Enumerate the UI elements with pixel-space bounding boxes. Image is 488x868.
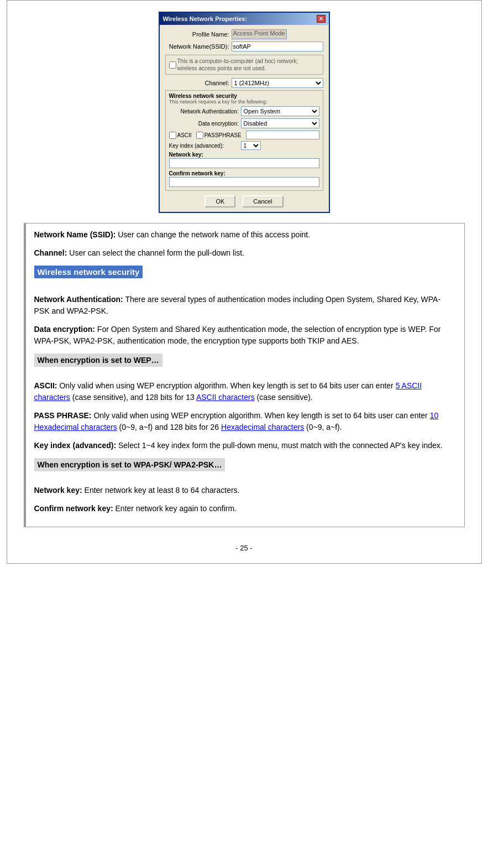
auth-select[interactable]: Open System [241,106,319,116]
auth-row: Network Authentication: Open System [169,106,319,116]
profile-name-value: Access Point Mode [232,29,287,39]
ascii-desc-after: (case sensitive). [255,393,313,402]
content-area: Network Name (SSID): User can change the… [24,223,465,527]
network-auth-para: Network Authentication: There are severa… [34,294,456,317]
confirm-content-desc: Enter network key again to confirm. [116,504,237,513]
keyindex-select[interactable]: 1 [241,141,261,150]
keyindex-row: Key index (advanced): 1 [169,141,319,150]
ascii-link2[interactable]: ASCII characters [196,393,255,402]
adhoc-checkbox-row: This is a computer-to-computer (ad hoc) … [165,55,323,75]
adhoc-checkbox[interactable] [169,61,176,69]
network-auth-title: Network Authentication: [34,295,123,304]
ascii-desc-before: Only valid when using WEP encryption alg… [59,381,395,390]
data-encryption-desc: For Open System and Shared Key authentic… [34,325,441,345]
confirm-label: Confirm network key: [169,170,319,176]
channel-label: Channel: [165,80,232,86]
dialog-body: Profile Name: Access Point Mode Network … [160,25,329,212]
network-name-content-title: Network Name (SSID): [34,230,116,239]
keyindex-label: Key index (advanced): [169,143,241,149]
dialog-titlebar: Wireless Network Properties: ✕ [160,13,329,25]
confirm-content-para: Confirm network key: Enter network key a… [34,503,456,514]
passphrase-checkbox-label[interactable]: PASSPHRASE [196,131,242,139]
data-encryption-para: Data encryption: For Open System and Sha… [34,324,456,347]
ascii-desc-middle: (case sensitive), and 128 bits for 13 [70,393,195,402]
confirm-content-title: Confirm network key: [34,504,113,513]
netkey-content-para: Network key: Enter network key at least … [34,485,456,496]
when-wep-para: When encryption is set to WEP… [34,354,456,373]
profile-name-row: Profile Name: Access Point Mode [165,29,323,39]
netkey-label: Network key: [169,152,319,158]
passphrase-label: PASSPHRASE [204,132,242,138]
when-wep-heading: When encryption is set to WEP… [34,354,162,367]
network-name-row: Network Name(SSID): [165,41,323,51]
ascii-checkbox-label[interactable]: ASCII [169,131,192,139]
channel-content-desc: User can select the channel form the pul… [69,248,244,257]
ascii-title: ASCII: [34,381,57,390]
passphrase-input[interactable] [246,131,319,139]
wireless-network-properties-dialog: Wireless Network Properties: ✕ Profile N… [159,12,330,213]
passphrase-checkbox[interactable] [196,132,203,139]
netkey-content-desc: Enter network key at least 8 to 64 chara… [85,486,240,495]
data-encryption-title: Data encryption: [34,325,95,334]
ascii-passphrase-row: ASCII PASSPHRASE [169,131,319,139]
encryption-row: Data encryption: Disabled [169,118,319,128]
ascii-checkbox[interactable] [169,132,176,139]
network-name-input[interactable] [232,41,323,51]
channel-content-title: Channel: [34,248,67,257]
security-section: Wireless network security This network r… [165,90,323,191]
passphrase-desc-before: Only valid when using WEP encryption alg… [93,411,429,420]
confirm-netkey-input[interactable] [169,177,319,187]
dialog-close-button[interactable]: ✕ [317,15,326,23]
security-section-title: Wireless network security [169,93,319,99]
netkey-content-title: Network key: [34,486,82,495]
passphrase-desc-middle: (0~9, a~f) and 128 bits for 26 [117,423,221,432]
network-name-para: Network Name (SSID): User can change the… [34,229,456,241]
dialog-buttons: OK Cancel [165,195,323,207]
adhoc-checkbox-text: This is a computer-to-computer (ad hoc) … [177,58,319,72]
adhoc-checkbox-label[interactable]: This is a computer-to-computer (ad hoc) … [169,58,319,72]
dialog-wrapper: Wireless Network Properties: ✕ Profile N… [24,12,465,213]
when-wpa-heading: When encryption is set to WPA-PSK/ WPA2-… [34,458,225,471]
network-name-content-desc: User can change the network name of this… [118,230,310,239]
passphrase-link2[interactable]: Hexadecimal characters [221,423,304,432]
channel-select[interactable]: 1 (2412MHz) [232,78,323,88]
encryption-label: Data encryption: [169,121,241,127]
wireless-security-heading: Wireless network security [34,266,143,278]
ascii-label: ASCII [177,132,192,138]
auth-label: Network Authentication: [169,108,241,115]
encryption-select[interactable]: Disabled [241,118,319,128]
page-number: - 25 - [235,544,252,552]
when-wpa-para: When encryption is set to WPA-PSK/ WPA2-… [34,458,456,478]
channel-content-para: Channel: User can select the channel for… [34,247,456,259]
wireless-security-heading-para: Wireless network security [34,266,456,286]
network-name-label: Network Name(SSID): [165,43,232,50]
security-desc: This network requires a key for the foll… [169,99,319,105]
page-footer: - 25 - [24,544,465,552]
keyindex-content-para: Key index (advanced): Select 1~4 key ind… [34,440,456,451]
passphrase-title: PASS PHRASE: [34,411,92,420]
passphrase-desc-after: (0~9, a~f). [304,423,342,432]
cancel-button[interactable]: Cancel [242,195,283,207]
keyindex-content-desc: Select 1~4 key index form the pull-down … [118,441,443,450]
channel-row: Channel: 1 (2412MHz) [165,78,323,88]
dialog-title: Wireless Network Properties: [163,15,248,22]
ascii-para: ASCII: Only valid when using WEP encrypt… [34,380,456,403]
keyindex-content-title: Key index (advanced): [34,441,117,450]
passphrase-para: PASS PHRASE: Only valid when using WEP e… [34,410,456,433]
netkey-input[interactable] [169,158,319,168]
profile-name-label: Profile Name: [165,31,232,38]
ok-button[interactable]: OK [204,195,235,207]
